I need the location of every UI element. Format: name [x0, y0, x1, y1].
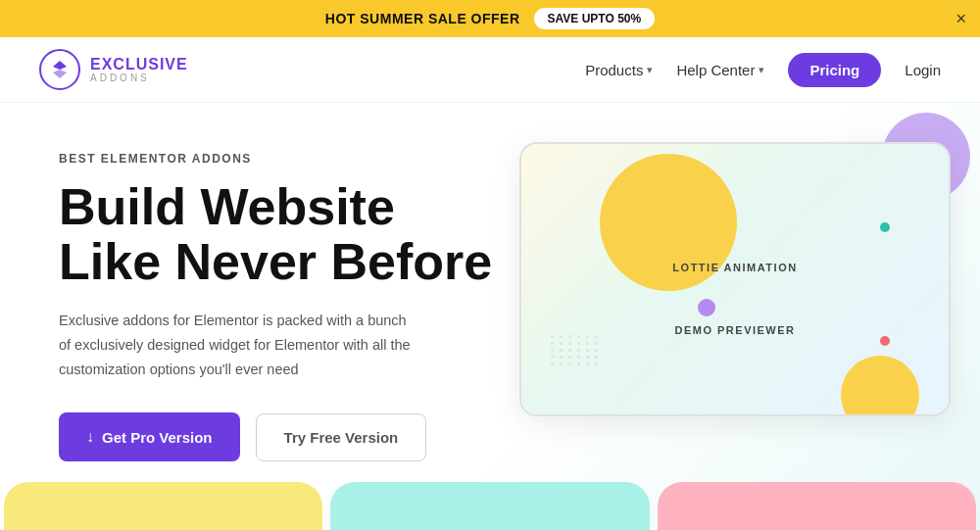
card-dots-pattern — [551, 335, 600, 365]
nav-products[interactable]: Products ▾ — [585, 62, 653, 78]
logo-icon — [39, 49, 80, 90]
products-chevron-icon: ▾ — [647, 64, 653, 76]
hero-description: Exclusive addons for Elementor is packed… — [59, 309, 412, 381]
nav-help-center[interactable]: Help Center ▾ — [676, 62, 764, 78]
pill-teal — [330, 482, 649, 530]
navbar: EXCLUSIVE ADDONS Products ▾ Help Center … — [0, 37, 980, 103]
get-pro-button[interactable]: ↓ Get Pro Version — [59, 412, 240, 461]
try-free-button[interactable]: Try Free Version — [256, 413, 427, 461]
hero-left: BEST ELEMENTOR ADDONS Build Website Like… — [59, 142, 519, 461]
bottom-pills — [0, 482, 980, 530]
hero-title-line1: Build Website — [59, 178, 395, 235]
pill-yellow — [4, 482, 322, 530]
banner-save-button[interactable]: SAVE UPTO 50% — [534, 8, 656, 29]
logo-title: EXCLUSIVE — [90, 57, 188, 72]
hero-title: Build Website Like Never Before — [59, 179, 519, 289]
help-chevron-icon: ▾ — [759, 64, 764, 76]
pricing-button[interactable]: Pricing — [788, 53, 881, 87]
help-label: Help Center — [676, 62, 755, 78]
card-circle-purple — [698, 299, 715, 316]
logo[interactable]: EXCLUSIVE ADDONS — [39, 49, 188, 90]
hero-section: BEST ELEMENTOR ADDONS Build Website Like… — [0, 103, 980, 530]
banner-close-button[interactable]: × — [956, 9, 966, 29]
top-banner: HOT SUMMER SALE OFFER SAVE UPTO 50% × — [0, 0, 980, 37]
nav-links: Products ▾ Help Center ▾ Pricing Login — [585, 53, 941, 87]
card-dot-pink — [880, 336, 890, 346]
logo-text: EXCLUSIVE ADDONS — [90, 57, 188, 83]
download-icon: ↓ — [86, 428, 94, 446]
card-dot-teal — [880, 222, 890, 232]
pro-button-label: Get Pro Version — [102, 429, 213, 446]
products-label: Products — [585, 62, 643, 78]
hero-subtitle: BEST ELEMENTOR ADDONS — [59, 152, 519, 166]
hero-title-line2: Like Never Before — [59, 233, 492, 290]
pill-pink — [658, 482, 976, 530]
hero-buttons: ↓ Get Pro Version Try Free Version — [59, 412, 519, 461]
banner-sale-text: HOT SUMMER SALE OFFER — [325, 11, 520, 26]
hero-right: LOTTIE ANIMATION DEMO PREVIEWER — [519, 142, 951, 416]
card-label-lottie: LOTTIE ANIMATION — [672, 262, 797, 273]
logo-subtitle: ADDONS — [90, 72, 188, 83]
login-link[interactable]: Login — [905, 62, 941, 78]
preview-card: LOTTIE ANIMATION DEMO PREVIEWER — [519, 142, 951, 416]
card-label-demo: DEMO PREVIEWER — [674, 324, 795, 336]
